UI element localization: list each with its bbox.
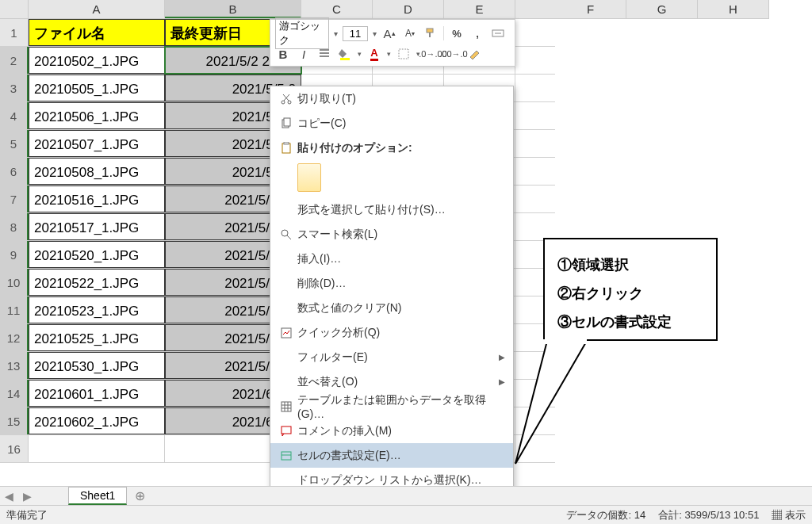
fill-color-icon[interactable] <box>337 46 353 62</box>
annotation-callout: ①領域選択 ②右クリック ③セルの書式設定 <box>543 238 718 341</box>
menu-paste-special[interactable]: 形式を選択して貼り付け(S)… <box>270 197 513 222</box>
svg-rect-4 <box>399 49 408 59</box>
menu-cut[interactable]: 切り取り(T) <box>270 86 513 111</box>
svg-rect-13 <box>282 402 291 411</box>
callout-pointer <box>476 341 587 468</box>
copy-icon <box>275 117 297 130</box>
cell-A14[interactable]: 20210601_1.JPG <box>29 380 165 407</box>
menu-insert[interactable]: 挿入(I)… <box>270 247 513 271</box>
cell-A5[interactable]: 20210507_1.JPG <box>29 130 165 157</box>
search-icon <box>275 228 297 241</box>
row-header[interactable]: 11 <box>0 296 29 323</box>
menu-smart-lookup[interactable]: スマート検索(L) <box>270 222 513 247</box>
row-header[interactable]: 6 <box>0 158 29 185</box>
row-header[interactable]: 13 <box>0 352 29 379</box>
cell-A8[interactable]: 20210517_1.JPG <box>29 213 165 240</box>
cell-A9[interactable]: 20210520_1.JPG <box>29 241 165 268</box>
sheet-tab-bar: ◀ ▶ Sheet1 ⊕ <box>0 486 812 505</box>
cell-A2[interactable]: 20210502_1.JPG <box>29 47 165 74</box>
mini-toolbar: 游ゴシック ▾ 11 ▾ A▴ A▾ % , B I ▾ A ▾ ▾ . <box>270 19 515 67</box>
row-header[interactable]: 4 <box>0 102 29 129</box>
font-name-select[interactable]: 游ゴシック <box>275 17 329 49</box>
row-header[interactable]: 9 <box>0 241 29 268</box>
cell-A11[interactable]: 20210523_1.JPG <box>29 296 165 323</box>
decrease-font-icon[interactable]: A▾ <box>402 25 418 41</box>
merge-icon[interactable] <box>490 25 506 41</box>
status-view-icon[interactable]: ▦ 表示 <box>772 508 806 522</box>
svg-rect-15 <box>282 452 291 460</box>
percent-icon[interactable]: % <box>449 25 465 41</box>
quick-analysis-icon <box>275 327 297 339</box>
menu-delete[interactable]: 削除(D)… <box>270 271 513 296</box>
svg-point-6 <box>288 101 291 104</box>
col-header-F[interactable]: F <box>555 0 626 18</box>
cell-A13[interactable]: 20210530_1.JPG <box>29 352 165 379</box>
col-header-G[interactable]: G <box>626 0 698 18</box>
italic-icon[interactable]: I <box>296 46 312 62</box>
increase-font-icon[interactable]: A▴ <box>381 25 397 41</box>
table-icon <box>275 400 297 413</box>
cell-A12[interactable]: 20210525_1.JPG <box>29 324 165 351</box>
col-header-H[interactable]: H <box>698 0 769 18</box>
comment-icon <box>275 425 297 438</box>
svg-rect-10 <box>284 142 289 144</box>
callout-mask <box>543 339 591 344</box>
svg-rect-18 <box>543 339 587 344</box>
svg-rect-0 <box>427 29 433 33</box>
row-header[interactable]: 8 <box>0 213 29 240</box>
svg-point-5 <box>282 101 285 104</box>
col-header-D[interactable]: D <box>373 0 444 18</box>
col-header-A[interactable]: A <box>29 0 165 18</box>
column-headers: A B C D E <box>0 0 555 19</box>
font-size-select[interactable]: 11 <box>343 26 368 41</box>
row-header[interactable]: 14 <box>0 380 29 407</box>
row-header[interactable]: 15 <box>0 407 29 434</box>
row-header[interactable]: 5 <box>0 130 29 157</box>
comma-icon[interactable]: , <box>469 25 485 41</box>
status-ready: 準備完了 <box>6 508 566 522</box>
row-header[interactable]: 2 <box>0 47 29 74</box>
svg-marker-16 <box>515 341 587 464</box>
clipboard-icon <box>275 142 297 155</box>
row-header[interactable]: 12 <box>0 324 29 351</box>
align-icon[interactable] <box>316 46 332 62</box>
svg-point-11 <box>282 230 288 236</box>
paste-options <box>270 160 513 197</box>
tab-nav-prev-icon[interactable]: ◀ <box>0 490 18 503</box>
cell-A6[interactable]: 20210508_1.JPG <box>29 158 165 185</box>
cell-A3[interactable]: 20210505_1.JPG <box>29 75 165 101</box>
clear-format-icon[interactable] <box>466 46 482 62</box>
select-all-corner[interactable] <box>0 0 29 18</box>
cell-A15[interactable]: 20210602_1.JPG <box>29 407 165 434</box>
cell-A10[interactable]: 20210522_1.JPG <box>29 269 165 296</box>
increase-decimal-icon[interactable]: .0→.00 <box>425 46 441 62</box>
cell-A16[interactable] <box>29 435 165 462</box>
column-headers-ext: F G H <box>555 0 769 19</box>
cell-A7[interactable]: 20210516_1.JPG <box>29 186 165 212</box>
decrease-decimal-icon[interactable]: .00→.0 <box>446 46 462 62</box>
row-header[interactable]: 7 <box>0 186 29 212</box>
row-header[interactable]: 3 <box>0 75 29 101</box>
col-header-B[interactable]: B <box>165 0 301 18</box>
cell-A4[interactable]: 20210506_1.JPG <box>29 102 165 129</box>
format-painter-icon[interactable] <box>423 25 439 41</box>
tab-nav-next-icon[interactable]: ▶ <box>18 490 36 503</box>
svg-rect-14 <box>282 426 291 434</box>
paste-option-default[interactable] <box>297 163 321 192</box>
col-header-C[interactable]: C <box>301 0 373 18</box>
status-count: データの個数: 14 <box>566 508 645 522</box>
row-header[interactable]: 10 <box>0 269 29 296</box>
menu-clear[interactable]: 数式と値のクリア(N) <box>270 296 513 320</box>
sheet-tab-1[interactable]: Sheet1 <box>68 487 127 505</box>
row-header[interactable]: 16 <box>0 435 29 462</box>
status-sum: 合計: 3599/5/13 10:51 <box>658 508 759 522</box>
bold-icon[interactable]: B <box>275 46 291 62</box>
borders-icon[interactable] <box>396 46 412 62</box>
font-color-icon[interactable]: A <box>366 46 382 62</box>
add-sheet-icon[interactable]: ⊕ <box>135 488 145 503</box>
svg-rect-9 <box>282 143 290 153</box>
row-header[interactable]: 1 <box>0 19 29 46</box>
col-header-E[interactable]: E <box>444 0 515 18</box>
cell-A1[interactable]: ファイル名 <box>29 19 165 46</box>
menu-copy[interactable]: コピー(C) <box>270 111 513 136</box>
